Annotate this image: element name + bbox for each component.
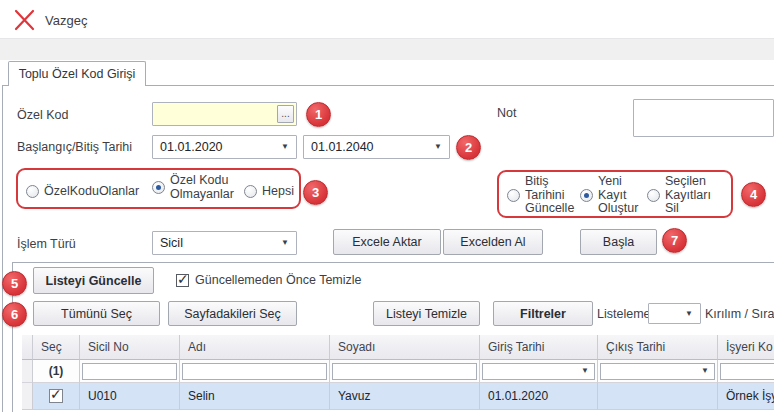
tab-toplu-ozel-kod-girisi[interactable]: Toplu Özel Kod Girişi [8, 61, 146, 86]
row-indicator-cell [22, 383, 33, 410]
listeyi-temizle-button[interactable]: Listeyi Temizle [373, 301, 480, 326]
not-input[interactable] [633, 99, 774, 137]
radio-label: Yeni Kayıt Oluştur [598, 175, 638, 216]
cell-soyadi: Yavuz [330, 383, 480, 410]
ozel-kod-input[interactable]: ... [152, 102, 297, 126]
annotation-badge-6: 6 [2, 302, 27, 327]
selected-count: (1) [35, 364, 77, 378]
tab-label: Toplu Özel Kod Girişi [19, 67, 136, 81]
radio-icon-selected [152, 181, 165, 194]
toolbar-separator [0, 38, 774, 60]
header-adi[interactable]: Adı [180, 335, 330, 360]
radio-label: Özel Kodu Olmayanlar [170, 174, 234, 201]
filter-isyeri-input[interactable] [720, 363, 774, 380]
radio-ozel-kodu-olanlar[interactable]: ÖzelKoduOlanlar [26, 185, 139, 198]
listeyi-guncelle-button[interactable]: Listeyi Güncelle [33, 267, 154, 294]
end-date-value: 01.01.2040 [311, 140, 374, 154]
clear-before-update-checkbox[interactable]: Güncellemeden Önce Temizle [176, 273, 362, 287]
cell-cikis-tarihi [598, 383, 718, 410]
excelden-al-button[interactable]: Excelden Al [443, 229, 543, 255]
ellipsis-lookup-button[interactable]: ... [277, 105, 294, 123]
annotation-badge-5: 5 [2, 271, 27, 296]
radio-ozel-kodu-olmayanlar[interactable]: Özel Kodu Olmayanlar [152, 174, 234, 201]
radio-icon [244, 185, 257, 198]
header-isyeri-kodu[interactable]: İşyeri Ko [718, 335, 774, 360]
checkbox-label: Güncellemeden Önce Temizle [195, 273, 362, 287]
radio-icon-selected [580, 189, 593, 202]
cancel-button[interactable]: Vazgeç [12, 6, 87, 34]
chevron-down-icon: ▼ [581, 366, 589, 375]
annotation-badge-7: 7 [662, 228, 687, 253]
islem-turu-label: İşlem Türü [17, 237, 76, 251]
table-header-row: Seç Sicil No Adı Soyadı Giriş Tarihi Çık… [22, 335, 774, 360]
islem-turu-value: Sicil [160, 236, 183, 250]
row-indicator-cell [22, 360, 33, 383]
filtreler-button[interactable]: Filtreler [493, 301, 593, 326]
radio-label: Hepsi [262, 185, 294, 198]
table-filter-row: (1) ▼ ▼ [22, 360, 774, 383]
bulk-special-code-entry-window: Vazgeç Toplu Özel Kod Girişi Özel Kod ..… [0, 0, 774, 412]
header-giris-tarihi[interactable]: Giriş Tarihi [480, 335, 598, 360]
start-date-value: 01.01.2020 [160, 140, 223, 154]
radio-yeni-kayit-olustur[interactable]: Yeni Kayıt Oluştur [580, 175, 638, 216]
listeleme-combo[interactable]: ▼ [648, 303, 701, 324]
close-icon [12, 8, 36, 32]
radio-label: Bitiş Tarihini Güncelle [525, 175, 574, 216]
filter-cikis-tarihi-combo[interactable]: ▼ [600, 363, 715, 380]
tumunu-sec-button[interactable]: Tümünü Seç [33, 301, 160, 326]
end-date-combo[interactable]: 01.01.2040 ▼ [303, 135, 450, 159]
not-label: Not [497, 106, 516, 120]
header-soyadi[interactable]: Soyadı [330, 335, 480, 360]
sayfadakileri-sec-button[interactable]: Sayfadakileri Seç [168, 301, 297, 326]
chevron-down-icon: ▼ [701, 366, 709, 375]
chevron-down-icon: ▼ [685, 309, 693, 318]
islem-turu-combo[interactable]: Sicil ▼ [152, 231, 297, 255]
radio-label: ÖzelKoduOlanlar [44, 185, 139, 198]
basla-button[interactable]: Başla [580, 229, 657, 255]
header-sicil-no[interactable]: Sicil No [80, 335, 180, 360]
cell-adi: Selin [180, 383, 330, 410]
header-cikis-tarihi[interactable]: Çıkış Tarihi [598, 335, 718, 360]
header-sec[interactable]: Seç [33, 335, 80, 360]
annotation-badge-3: 3 [303, 180, 328, 205]
radio-icon [647, 189, 660, 202]
excele-aktar-button[interactable]: Excele Aktar [333, 229, 441, 255]
filter-sicil-no-input[interactable] [82, 363, 177, 380]
chevron-down-icon: ▼ [281, 142, 289, 151]
annotation-badge-4: 4 [741, 182, 766, 207]
filter-adi-input[interactable] [182, 363, 327, 380]
cell-isyeri: Örnek İşy [718, 383, 774, 410]
chevron-down-icon: ▼ [281, 238, 289, 247]
checkbox-checked-icon [176, 274, 189, 287]
cancel-label: Vazgeç [45, 13, 87, 28]
filter-giris-tarihi-combo[interactable]: ▼ [482, 363, 595, 380]
listeleme-label: Listeleme [597, 307, 651, 321]
date-range-label: Başlangıç/Bitiş Tarihi [17, 140, 132, 154]
radio-secilen-kayitlari-sil[interactable]: Seçilen Kayıtları Sil [647, 175, 711, 216]
annotation-badge-1: 1 [306, 102, 331, 127]
filter-soyadi-input[interactable] [332, 363, 477, 380]
ozel-kod-label: Özel Kod [17, 108, 68, 122]
cell-giris-tarihi: 01.01.2020 [480, 383, 598, 410]
panel-left-border [2, 85, 3, 412]
row-indicator-header [22, 335, 33, 360]
radio-hepsi[interactable]: Hepsi [244, 185, 294, 198]
radio-bitis-tarihini-guncelle[interactable]: Bitiş Tarihini Güncelle [507, 175, 574, 216]
kirilim-sira-label: Kırılım / Sıra [705, 307, 774, 321]
radio-icon [26, 185, 39, 198]
radio-icon [507, 189, 520, 202]
chevron-down-icon: ▼ [434, 142, 442, 151]
radio-label: Seçilen Kayıtları Sil [665, 175, 711, 216]
table-row-selected[interactable]: U010 Selin Yavuz 01.01.2020 Örnek İşy [22, 383, 774, 410]
records-table: Seç Sicil No Adı Soyadı Giriş Tarihi Çık… [22, 335, 774, 411]
row-checkbox-checked[interactable] [49, 389, 63, 403]
annotation-badge-2: 2 [456, 135, 481, 160]
cell-sicil-no: U010 [80, 383, 180, 410]
top-toolbar: Vazgeç [0, 0, 774, 38]
start-date-combo[interactable]: 01.01.2020 ▼ [152, 135, 297, 159]
